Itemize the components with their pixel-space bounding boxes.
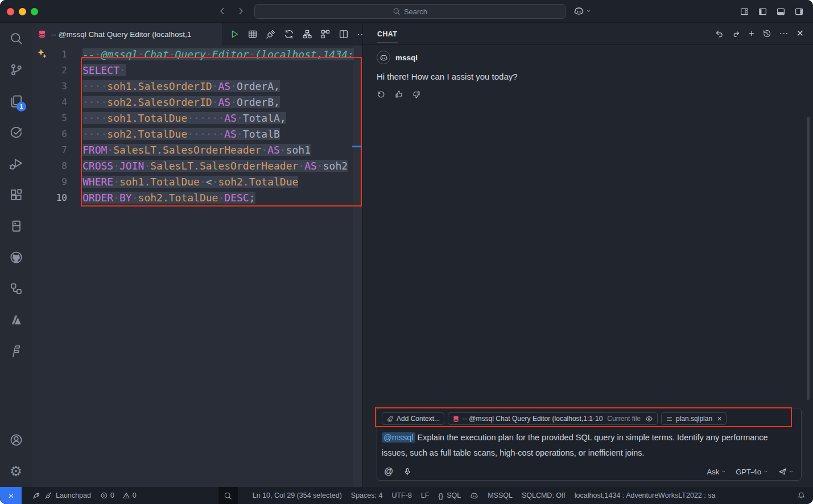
chat-scrollbar[interactable]	[807, 117, 810, 400]
run-query-button[interactable]	[229, 29, 240, 39]
activity-item-azure[interactable]	[0, 304, 32, 336]
chat-history-button[interactable]	[762, 29, 771, 38]
github-icon	[9, 250, 23, 265]
grid-icon	[247, 29, 258, 39]
plan-icon	[320, 29, 331, 39]
arrow-right-button[interactable]	[236, 6, 246, 16]
plan-file-chip[interactable]: plan.sqlplan ✕	[661, 412, 727, 425]
customize-layout-button[interactable]	[740, 7, 749, 16]
change-connection-button[interactable]	[284, 29, 294, 39]
code-line-1[interactable]: 1 --·@mssql·Chat·Query·Editor·(localhost…	[32, 47, 362, 63]
database-icon	[38, 30, 47, 39]
traffic-lights	[7, 8, 38, 15]
disconnect-button[interactable]	[266, 29, 276, 39]
activity-item-settings[interactable]: ⚙	[0, 456, 32, 487]
model-picker[interactable]: GPT-4o	[736, 468, 769, 476]
parse-query-button[interactable]	[302, 29, 312, 39]
remote-icon	[7, 491, 15, 500]
chevron-down-icon	[721, 469, 727, 474]
connection-info-status[interactable]: localhost,1434 : AdventureWorksLT2022 : …	[570, 491, 720, 499]
chat-close-button[interactable]: ✕	[797, 29, 804, 38]
encoding-status[interactable]: UTF-8	[387, 491, 416, 499]
code-line-7[interactable]: 7 FROM·SalesLT.SalesOrderHeader·AS·soh1	[32, 142, 362, 158]
chevron-down-icon	[721, 469, 727, 474]
activity-item-sql-server[interactable]	[0, 210, 32, 242]
sqlcmd-status[interactable]: SQLCMD: Off	[517, 491, 570, 499]
redo-icon	[732, 29, 741, 38]
chat-undo-button[interactable]	[715, 29, 724, 38]
code-line-10[interactable]: 10 ORDER·BY·soh2.TotalDue·DESC;	[32, 190, 362, 206]
eol-status[interactable]: LF	[416, 491, 434, 499]
launchpad-status[interactable]: Launchpad	[27, 491, 96, 500]
minimize-window-button[interactable]	[19, 8, 26, 15]
plug-icon	[44, 491, 52, 500]
activity-item-query-history[interactable]	[0, 117, 32, 148]
zoom-indicator-status[interactable]	[218, 487, 238, 504]
activity-item-extensions[interactable]	[0, 179, 32, 210]
regenerate-button[interactable]	[377, 90, 386, 99]
chat-input-text[interactable]: @mssql Explain the execution plan for th…	[377, 425, 801, 460]
results-grid-button[interactable]	[247, 29, 258, 39]
activity-item-account[interactable]	[0, 424, 32, 456]
panel-left-button[interactable]	[758, 7, 767, 16]
add-context-chip[interactable]: Add Context...	[382, 412, 444, 425]
language-mode-status[interactable]: {}SQL	[434, 491, 465, 499]
activity-item-run-and-debug[interactable]	[0, 148, 32, 179]
panel-right-button[interactable]	[794, 7, 804, 16]
code-line-9[interactable]: 9 WHERE·soh1.TotalDue·<·soh2.TotalDue	[32, 174, 362, 190]
cursor-position-status[interactable]: Ln 10, Col 29 (354 selected)	[248, 491, 346, 499]
chat-redo-button[interactable]	[732, 29, 741, 38]
eye-button[interactable]	[645, 415, 653, 423]
indentation-status[interactable]: Spaces: 4	[346, 491, 387, 499]
thumbs-down-button[interactable]	[412, 90, 421, 99]
activity-item-search[interactable]	[0, 23, 32, 54]
tab-chat[interactable]: CHAT	[377, 24, 398, 43]
copilot-icon	[470, 491, 478, 500]
notifications-status[interactable]	[793, 491, 813, 500]
send-button[interactable]	[778, 467, 794, 476]
tab-chat-query-editor[interactable]: -- @mssql Chat Query Editor (localhost,1	[32, 23, 223, 46]
sync-icon	[377, 90, 386, 99]
code-line-8[interactable]: 8 CROSS·JOIN·SalesLT.SalesOrderHeader·AS…	[32, 158, 362, 174]
panel-bottom-icon	[776, 7, 786, 16]
chat-new-chat-button[interactable]: +	[749, 29, 754, 38]
copilot-status-status[interactable]	[465, 491, 483, 500]
copilot-sparkle-icon[interactable]	[37, 48, 47, 59]
mssql-provider-status[interactable]: MSSQL	[483, 491, 517, 499]
play-icon	[229, 29, 240, 39]
close-window-button[interactable]	[7, 8, 14, 15]
code-line-2[interactable]: 2 SELECT·	[32, 63, 362, 79]
activity-item-source-control[interactable]	[0, 54, 32, 85]
line-number: 8	[32, 158, 67, 174]
voice-button[interactable]	[403, 467, 412, 476]
mention-context-button[interactable]: @	[384, 467, 393, 476]
activity-item-fabric[interactable]	[0, 336, 32, 367]
problems-status[interactable]: 00	[96, 491, 146, 499]
mode-picker[interactable]: Ask	[707, 468, 727, 476]
badge-count: 1	[16, 102, 26, 111]
copilot-menu-button[interactable]	[573, 6, 592, 16]
command-center-search[interactable]: Search	[254, 4, 566, 19]
activity-item-github[interactable]	[0, 242, 32, 273]
panel-left-icon	[758, 7, 767, 16]
split-editor-button[interactable]	[339, 29, 349, 39]
history-nav	[217, 6, 246, 16]
prompt-text: Explain the execution plan for the provi…	[382, 433, 768, 457]
message-author: mssql	[395, 53, 418, 62]
activity-item-object-explorer[interactable]	[0, 273, 32, 304]
chat-more-button[interactable]: ···	[779, 29, 789, 38]
estimated-plan-button[interactable]	[320, 29, 331, 39]
close-button[interactable]: ✕	[717, 416, 722, 422]
remote-indicator[interactable]	[0, 487, 22, 504]
activity-item-explorer[interactable]: 1	[0, 85, 32, 117]
arrow-left-button[interactable]	[217, 6, 227, 16]
code-line-4[interactable]: 4 ····soh2.SalesOrderID·AS·OrderB,	[32, 94, 362, 110]
code-editor[interactable]: 1 --·@mssql·Chat·Query·Editor·(localhost…	[32, 46, 362, 487]
code-line-6[interactable]: 6 ····soh2.TotalDue······AS·TotalB	[32, 126, 362, 142]
panel-bottom-button[interactable]	[776, 7, 786, 16]
file-context-chip[interactable]: -- @mssql Chat Query Editor (localhost,1…	[448, 412, 658, 425]
code-line-5[interactable]: 5 ····soh1.TotalDue······AS·TotalA,	[32, 110, 362, 126]
zoom-window-button[interactable]	[31, 8, 38, 15]
thumbs-up-button[interactable]	[394, 90, 403, 99]
code-line-3[interactable]: 3 ····soh1.SalesOrderID·AS·OrderA,	[32, 79, 362, 94]
